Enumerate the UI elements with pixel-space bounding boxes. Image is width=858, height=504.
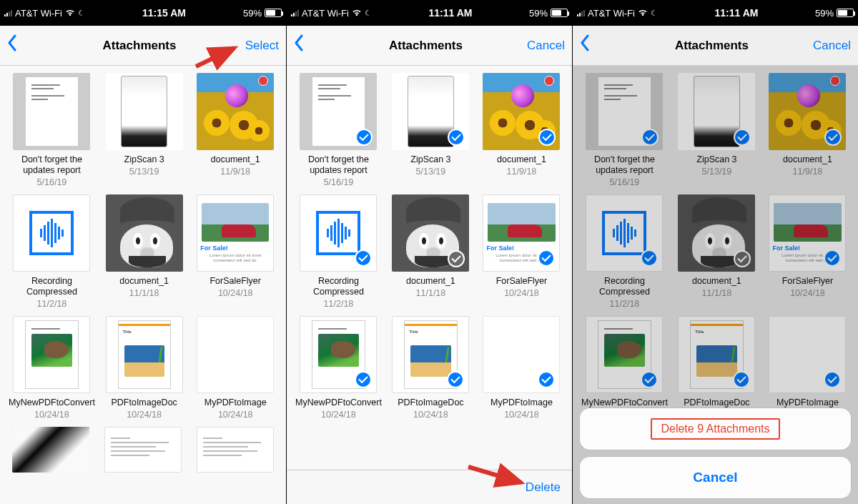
screen-2-selected: AT&T Wi-Fi ☾ 11:11 AM 59% Attachments Ca… <box>286 0 572 504</box>
cancel-selection-button[interactable]: Cancel <box>515 39 565 53</box>
attachment-item[interactable]: MyNewPDFtoConvert 10/24/18 <box>6 316 98 420</box>
delete-button[interactable]: Delete <box>526 480 561 495</box>
attachment-date: 5/13/19 <box>672 167 761 177</box>
battery-icon <box>837 9 854 17</box>
attachment-thumbnail: Title <box>678 316 755 393</box>
chevron-left-icon <box>7 34 17 51</box>
attachment-item[interactable]: Recording Compressed 11/2/18 <box>6 194 98 309</box>
attachment-name: PDFtoImageDoc <box>672 397 761 408</box>
attachment-item[interactable]: ZipScan 3 5/13/19 <box>672 73 761 187</box>
attachment-thumbnail <box>104 427 182 473</box>
attachment-thumbnail <box>300 73 377 150</box>
delete-action-sheet: Delete 9 Attachments Cancel <box>580 408 851 498</box>
attachment-item[interactable]: MyPDFtoImage 10/24/18 <box>477 316 566 420</box>
attachment-name: MyNewPDFtoConvert <box>292 397 385 408</box>
status-bar: AT&T Wi-Fi ☾ 11:11 AM 59% <box>287 0 572 26</box>
battery-icon <box>265 9 282 17</box>
page-title: Attachments <box>337 39 515 53</box>
attachment-name: MyPDFtoImage <box>477 397 566 408</box>
sheet-delete-button[interactable]: Delete 9 Attachments <box>580 408 851 450</box>
attachment-name: document_1 <box>763 154 852 165</box>
back-button[interactable] <box>580 34 623 56</box>
select-button[interactable]: Select <box>229 39 279 53</box>
attachment-date: 11/1/18 <box>386 288 475 298</box>
attachment-thumbnail: For Sale!Lorem ipsum dolor sit amet cons… <box>769 194 846 272</box>
attachment-item[interactable]: MyNewPDFtoConvert 10/24/18 <box>578 316 671 420</box>
attachment-item[interactable]: document_1 11/9/18 <box>477 73 566 187</box>
attachment-thumbnail <box>678 194 755 272</box>
attachment-item[interactable]: MyNewPDFtoConvert 10/24/18 <box>292 316 385 420</box>
attachment-date: 10/24/18 <box>477 410 566 420</box>
attachment-date: 11/1/18 <box>672 288 761 298</box>
attachment-item[interactable]: MyPDFtoImage 10/24/18 <box>763 316 852 420</box>
attachment-thumbnail <box>769 316 846 393</box>
selected-check-icon <box>824 371 841 388</box>
selected-check-icon <box>538 249 555 267</box>
attachment-name: ForSaleFlyer <box>763 276 852 287</box>
attachment-date: 5/16/19 <box>578 177 671 187</box>
selected-check-icon <box>448 250 465 267</box>
wifi-icon <box>638 8 648 18</box>
attachment-name: ForSaleFlyer <box>477 276 566 287</box>
attachment-item[interactable] <box>98 427 189 477</box>
attachment-item[interactable]: Don't forget the updates report 5/16/19 <box>6 73 98 187</box>
attachment-item[interactable]: For Sale!Lorem ipsum dolor sit amet cons… <box>763 194 852 309</box>
selected-check-icon <box>448 129 465 146</box>
attachment-item[interactable]: document_1 11/9/18 <box>190 73 280 187</box>
attachment-thumbnail: For Sale!Lorem ipsum dolor sit amet cons… <box>197 194 274 272</box>
selected-check-icon <box>355 249 372 267</box>
attachment-thumbnail <box>197 427 274 473</box>
screen-1-select-mode: AT&T Wi-Fi ☾ 11:15 AM 59% Attachments Se… <box>0 0 286 504</box>
back-button[interactable] <box>7 34 50 56</box>
selected-check-icon <box>641 129 659 146</box>
attachment-item[interactable]: document_1 11/9/18 <box>763 73 852 187</box>
attachment-item[interactable]: Don't forget the updates report 5/16/19 <box>578 73 671 187</box>
attachment-item[interactable]: Title PDFtoImageDoc 10/24/18 <box>99 316 189 420</box>
attachment-item[interactable]: For Sale!Lorem ipsum dolor sit amet cons… <box>190 194 280 309</box>
back-button[interactable] <box>294 34 337 56</box>
attachment-name: document_1 <box>99 276 189 287</box>
attachment-name: MyPDFtoImage <box>190 397 280 408</box>
attachment-thumbnail <box>12 427 89 473</box>
selected-check-icon <box>447 371 464 388</box>
status-bar: AT&T Wi-Fi ☾ 11:15 AM 59% <box>0 0 286 26</box>
attachment-thumbnail <box>769 73 846 150</box>
attachment-item[interactable]: ZipScan 3 5/13/19 <box>99 73 189 187</box>
attachment-item[interactable]: Title PDFtoImageDoc 10/24/18 <box>386 316 475 420</box>
attachment-item[interactable]: Title PDFtoImageDoc 10/24/18 <box>672 316 761 420</box>
dnd-icon: ☾ <box>78 9 85 18</box>
selected-check-icon <box>538 129 556 146</box>
attachment-item[interactable]: For Sale!Lorem ipsum dolor sit amet cons… <box>477 194 566 309</box>
cancel-selection-button[interactable]: Cancel <box>801 39 851 53</box>
attachment-date: 11/9/18 <box>763 167 852 177</box>
sheet-cancel-button[interactable]: Cancel <box>580 457 851 498</box>
attachment-item[interactable]: Recording Compressed 11/2/18 <box>292 194 385 309</box>
attachment-item[interactable]: ZipScan 3 5/13/19 <box>386 73 475 187</box>
attachment-item[interactable]: document_1 11/1/18 <box>672 194 761 309</box>
nav-bar: Attachments Cancel <box>287 26 572 66</box>
attachment-item[interactable] <box>6 427 97 477</box>
attachment-name: Recording Compressed <box>292 276 385 297</box>
attachment-item[interactable]: Don't forget the updates report 5/16/19 <box>292 73 385 187</box>
chevron-left-icon <box>294 34 304 51</box>
attachment-thumbnail <box>483 316 560 393</box>
attachment-thumbnail <box>13 194 90 272</box>
attachment-item[interactable]: document_1 11/1/18 <box>386 194 475 309</box>
cell-signal-icon <box>291 9 299 16</box>
attachment-name: ZipScan 3 <box>99 154 189 165</box>
carrier-label: AT&T Wi-Fi <box>588 8 635 19</box>
attachment-item[interactable]: Recording Compressed 11/2/18 <box>578 194 671 309</box>
attachment-date: 10/24/18 <box>6 410 98 420</box>
attachment-item[interactable]: document_1 11/1/18 <box>99 194 189 309</box>
selected-check-icon <box>641 249 658 267</box>
carrier-label: AT&T Wi-Fi <box>302 8 349 19</box>
screen-3-action-sheet: AT&T Wi-Fi ☾ 11:11 AM 59% Attachments Ca… <box>572 0 858 504</box>
attachment-item[interactable] <box>189 427 280 477</box>
dnd-icon: ☾ <box>365 9 372 18</box>
attachment-item[interactable]: MyPDFtoImage 10/24/18 <box>190 316 280 420</box>
attachment-thumbnail <box>678 73 755 150</box>
attachment-name: ZipScan 3 <box>672 154 761 165</box>
attachment-thumbnail <box>586 73 663 150</box>
selected-check-icon <box>734 129 751 146</box>
attachment-date: 5/13/19 <box>386 167 475 177</box>
